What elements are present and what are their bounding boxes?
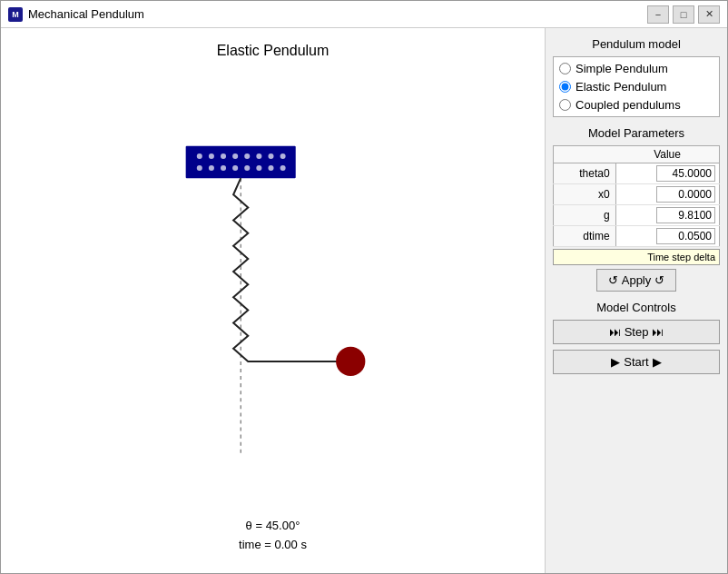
pendulum-model-radio-group: Simple Pendulum Elastic Pendulum Coupled… <box>553 56 720 117</box>
start-icon-left: ▶ <box>611 355 620 369</box>
param-row-x0: x0 <box>554 184 720 205</box>
start-label: Start <box>624 355 648 369</box>
title-bar: M Mechanical Pendulum − □ ✕ <box>1 1 727 28</box>
params-table: Value theta0 x0 <box>553 145 720 247</box>
apply-button[interactable]: ↺ Apply ↺ <box>596 269 677 292</box>
right-panel: Pendulum model Simple Pendulum Elastic P… <box>546 28 727 573</box>
model-controls-section: Model Controls ⏭ Step ⏭ ▶ Start ▶ <box>553 301 720 380</box>
svg-point-12 <box>232 165 238 171</box>
radio-simple-input[interactable] <box>559 63 571 74</box>
start-icon-right: ▶ <box>653 355 662 369</box>
param-input-x0[interactable] <box>656 186 715 203</box>
param-row-dtime: dtime <box>554 226 720 247</box>
svg-point-16 <box>280 165 286 171</box>
close-button[interactable]: ✕ <box>698 5 720 24</box>
param-input-theta0[interactable] <box>656 165 715 182</box>
param-value-x0[interactable] <box>615 184 719 205</box>
apply-label: Apply <box>622 273 652 287</box>
step-button[interactable]: ⏭ Step ⏭ <box>553 320 720 344</box>
radio-elastic-label: Elastic Pendulum <box>576 80 666 94</box>
svg-point-8 <box>280 153 286 159</box>
maximize-button[interactable]: □ <box>673 5 694 24</box>
canvas-title: Elastic Pendulum <box>217 43 330 59</box>
model-parameters-section: Model Parameters Value theta0 <box>553 126 720 292</box>
model-parameters-title: Model Parameters <box>553 126 720 140</box>
start-button[interactable]: ▶ Start ▶ <box>553 350 720 374</box>
radio-coupled[interactable]: Coupled pendulums <box>559 97 713 113</box>
pendulum-model-section: Pendulum model Simple Pendulum Elastic P… <box>553 37 720 117</box>
radio-coupled-input[interactable] <box>559 99 571 111</box>
svg-point-7 <box>268 153 273 159</box>
svg-point-11 <box>221 165 226 171</box>
param-value-g[interactable] <box>615 205 719 226</box>
tooltip-dtime: Time step delta <box>553 249 720 265</box>
main-window: M Mechanical Pendulum − □ ✕ Elastic Pend… <box>0 0 728 574</box>
param-label-dtime: dtime <box>554 226 616 247</box>
status-time: time = 0.00 s <box>239 536 307 555</box>
status-theta: θ = 45.00° <box>239 517 307 536</box>
step-icon-right: ⏭ <box>652 325 664 339</box>
param-label-x0: x0 <box>554 184 616 205</box>
param-label-g: g <box>554 205 616 226</box>
param-row-g: g <box>554 205 720 226</box>
param-value-header: Value <box>615 146 719 163</box>
radio-coupled-label: Coupled pendulums <box>576 98 681 112</box>
apply-btn-row: ↺ Apply ↺ <box>553 269 720 292</box>
svg-rect-0 <box>186 146 296 178</box>
simulation-canvas <box>1 59 545 517</box>
step-icon-left: ⏭ <box>609 325 621 339</box>
svg-point-10 <box>209 165 214 171</box>
radio-simple[interactable]: Simple Pendulum <box>559 61 713 76</box>
svg-point-3 <box>221 153 226 159</box>
param-name-header <box>554 146 616 163</box>
canvas-status: θ = 45.00° time = 0.00 s <box>239 517 307 573</box>
model-controls-title: Model Controls <box>553 301 720 314</box>
svg-point-15 <box>268 165 273 171</box>
radio-simple-label: Simple Pendulum <box>576 62 668 75</box>
window-title: Mechanical Pendulum <box>28 7 647 21</box>
app-icon: M <box>8 7 23 22</box>
svg-point-6 <box>256 153 261 159</box>
minimize-button[interactable]: − <box>647 5 669 24</box>
pendulum-model-title: Pendulum model <box>553 37 720 51</box>
param-input-g[interactable] <box>656 207 715 223</box>
svg-point-9 <box>197 165 202 171</box>
svg-point-13 <box>244 165 250 171</box>
window-controls: − □ ✕ <box>647 5 720 24</box>
param-input-dtime[interactable] <box>656 228 715 244</box>
svg-point-14 <box>256 165 261 171</box>
param-value-theta0[interactable] <box>615 163 719 184</box>
pendulum-svg <box>1 59 545 517</box>
canvas-area: Elastic Pendulum <box>1 28 546 573</box>
step-label: Step <box>625 325 649 339</box>
apply-icon-left: ↺ <box>608 273 618 287</box>
param-row-theta0: theta0 <box>554 163 720 184</box>
main-content: Elastic Pendulum <box>1 28 727 573</box>
radio-elastic-input[interactable] <box>559 81 571 93</box>
svg-point-18 <box>336 347 365 376</box>
svg-point-1 <box>197 153 202 159</box>
param-label-theta0: theta0 <box>554 163 616 184</box>
apply-icon-right: ↺ <box>654 273 664 287</box>
svg-point-2 <box>209 153 214 159</box>
svg-point-5 <box>244 153 250 159</box>
radio-elastic[interactable]: Elastic Pendulum <box>559 79 713 94</box>
param-value-dtime[interactable] <box>615 226 719 247</box>
svg-point-4 <box>232 153 238 159</box>
